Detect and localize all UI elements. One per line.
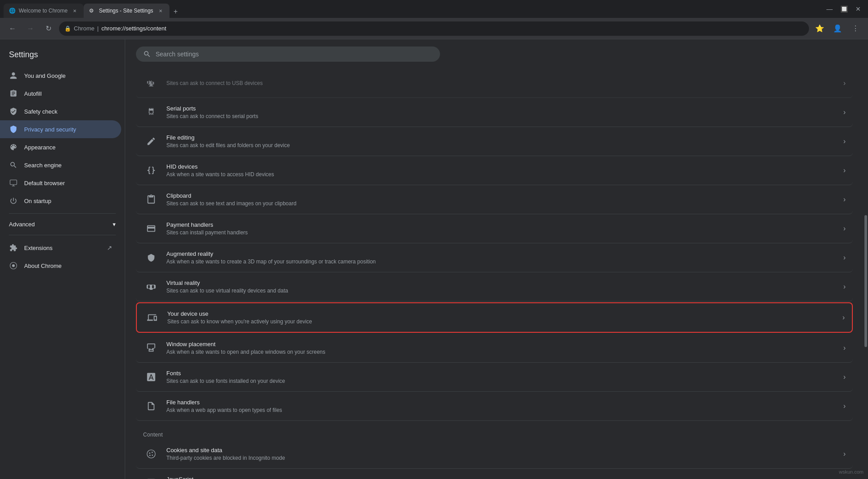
- file-handlers-icon-box: [143, 398, 159, 414]
- tab-welcome-label: Welcome to Chrome: [19, 8, 68, 14]
- js-item-text: JavaScript Sites can use Javascript: [166, 476, 836, 479]
- file-editing-item-desc: Sites can ask to edit files and folders …: [166, 142, 836, 148]
- settings-item-clipboard[interactable]: Clipboard Sites can ask to see text and …: [136, 185, 853, 214]
- clipboard-icon-box: [143, 191, 159, 208]
- profile-button[interactable]: 👤: [830, 21, 845, 36]
- tab-welcome-close[interactable]: ✕: [71, 7, 78, 14]
- reload-button[interactable]: ↻: [41, 21, 55, 36]
- search-input[interactable]: [156, 51, 433, 58]
- advanced-label: Advanced: [9, 221, 35, 228]
- settings-item-window-placement[interactable]: Window placement Ask when a site wants t…: [136, 334, 853, 363]
- clipboard-item-desc: Sites can ask to see text and images on …: [166, 200, 836, 207]
- close-button[interactable]: ✕: [852, 3, 864, 15]
- settings-item-payment-handlers[interactable]: Payment handlers Sites can install payme…: [136, 214, 853, 243]
- tab-welcome[interactable]: 🌐 Welcome to Chrome ✕: [4, 4, 84, 18]
- settings-item-augmented-reality[interactable]: Augmented reality Ask when a site wants …: [136, 243, 853, 272]
- settings-item-javascript[interactable]: JavaScript Sites can use Javascript ›: [136, 469, 853, 479]
- fonts-icon: [146, 372, 156, 382]
- payment-chevron: ›: [843, 225, 846, 233]
- hid-icon-box: [143, 162, 159, 178]
- usb-item-desc: Sites can ask to connect to USB devices: [166, 80, 836, 86]
- ar-icon-box: [143, 250, 159, 266]
- payment-item-text: Payment handlers Sites can install payme…: [166, 221, 836, 236]
- cookies-item-desc: Third-party cookies are blocked in Incog…: [166, 455, 836, 461]
- menu-button[interactable]: ⋮: [848, 21, 863, 36]
- search-bar[interactable]: [136, 47, 440, 62]
- person-icon: [9, 71, 18, 80]
- browser-frame: 🌐 Welcome to Chrome ✕ ⚙ Settings - Site …: [0, 0, 868, 479]
- sidebar-item-you-and-google[interactable]: You and Google: [0, 67, 121, 85]
- svg-point-3: [12, 264, 15, 267]
- payment-item-desc: Sites can install payment handlers: [166, 229, 836, 236]
- tab-strip: 🌐 Welcome to Chrome ✕ ⚙ Settings - Site …: [4, 0, 821, 18]
- scrollbar-thumb[interactable]: [864, 215, 867, 347]
- advanced-arrow: ▾: [113, 221, 116, 228]
- sidebar-item-appearance[interactable]: Appearance: [0, 138, 121, 156]
- lock-icon: 🔒: [64, 25, 71, 32]
- usb-icon: [146, 78, 156, 88]
- search-bar-icon: [143, 50, 151, 58]
- file-handlers-item-title: File handlers: [166, 399, 836, 406]
- address-bar[interactable]: 🔒 Chrome | chrome://settings/content: [59, 21, 809, 36]
- ar-icon: [146, 253, 156, 263]
- settings-item-file-editing[interactable]: File editing Sites can ask to edit files…: [136, 127, 853, 156]
- assignment-icon: [9, 89, 18, 98]
- sidebar-item-autofill[interactable]: Autofill: [0, 85, 121, 102]
- title-bar-actions: — 🔲 ✕: [823, 3, 864, 15]
- hid-icon: [146, 165, 156, 175]
- sidebar-item-about-chrome[interactable]: About Chrome: [0, 257, 121, 275]
- bookmark-button[interactable]: ⭐: [813, 21, 827, 36]
- tab-settings[interactable]: ⚙ Settings - Site Settings ✕: [84, 4, 169, 18]
- sidebar-item-safety-check[interactable]: Safety check: [0, 102, 121, 120]
- advanced-section[interactable]: Advanced ▾: [0, 217, 125, 231]
- usb-icon-box: [143, 75, 159, 91]
- vr-item-title: Virtual reality: [166, 280, 836, 286]
- cookies-icon: [146, 449, 156, 459]
- toolbar: ← → ↻ 🔒 Chrome | chrome://settings/conte…: [0, 18, 868, 39]
- sidebar-item-on-startup[interactable]: On startup: [0, 192, 121, 210]
- power-icon: [9, 196, 18, 205]
- vr-chevron: ›: [843, 283, 846, 291]
- file-handlers-icon: [146, 401, 156, 411]
- device-use-item-desc: Sites can ask to know when you're active…: [167, 318, 835, 325]
- sidebar-item-default-browser[interactable]: Default browser: [0, 174, 121, 192]
- sidebar-item-search-engine-label: Search engine: [24, 162, 112, 169]
- restore-button[interactable]: 🔲: [838, 3, 850, 15]
- tab-settings-close[interactable]: ✕: [157, 7, 164, 14]
- sidebar-item-extensions[interactable]: Extensions ↗: [0, 239, 121, 257]
- settings-item-hid-devices[interactable]: HID devices Ask when a site wants to acc…: [136, 156, 853, 185]
- file-editing-icon: [146, 136, 156, 146]
- search-icon: [9, 161, 18, 170]
- settings-item-your-device-use[interactable]: Your device use Sites can ask to know wh…: [136, 302, 853, 333]
- settings-item-file-handlers[interactable]: File handlers Ask when a web app wants t…: [136, 392, 853, 421]
- serial-item-desc: Sites can ask to connect to serial ports: [166, 113, 836, 119]
- settings-item-fonts[interactable]: Fonts Sites can ask to use fonts install…: [136, 363, 853, 392]
- forward-button[interactable]: →: [23, 21, 38, 36]
- vr-icon-box: [143, 279, 159, 295]
- fonts-icon-box: [143, 369, 159, 385]
- settings-item-serial-ports[interactable]: Serial ports Sites can ask to connect to…: [136, 98, 853, 127]
- vr-item-desc: Sites can ask to use virtual reality dev…: [166, 288, 836, 294]
- sidebar-item-search-engine[interactable]: Search engine: [0, 156, 121, 174]
- back-button[interactable]: ←: [5, 21, 20, 36]
- cookies-item-title: Cookies and site data: [166, 447, 836, 454]
- sidebar-item-about-chrome-label: About Chrome: [24, 263, 112, 269]
- file-handlers-item-text: File handlers Ask when a web app wants t…: [166, 399, 836, 413]
- sidebar-item-privacy-security[interactable]: Privacy and security: [0, 120, 121, 138]
- ar-item-title: Augmented reality: [166, 250, 836, 257]
- settings-item-cookies[interactable]: Cookies and site data Third-party cookie…: [136, 440, 853, 469]
- file-handlers-chevron: ›: [843, 402, 846, 410]
- settings-item-usb-devices[interactable]: Sites can ask to connect to USB devices …: [136, 69, 853, 98]
- file-editing-chevron: ›: [843, 137, 846, 145]
- content-section-label: Content: [136, 428, 853, 440]
- device-use-icon: [147, 313, 157, 322]
- file-handlers-item-desc: Ask when a web app wants to open types o…: [166, 407, 836, 413]
- address-path: chrome://settings/content: [102, 25, 166, 32]
- new-tab-button[interactable]: +: [169, 5, 182, 18]
- svg-point-7: [152, 452, 153, 453]
- settings-item-virtual-reality[interactable]: Virtual reality Sites can ask to use vir…: [136, 272, 853, 301]
- sidebar-item-safety-check-label: Safety check: [24, 108, 112, 115]
- external-link-icon: ↗: [107, 244, 112, 251]
- minimize-button[interactable]: —: [823, 3, 836, 15]
- vr-item-text: Virtual reality Sites can ask to use vir…: [166, 280, 836, 294]
